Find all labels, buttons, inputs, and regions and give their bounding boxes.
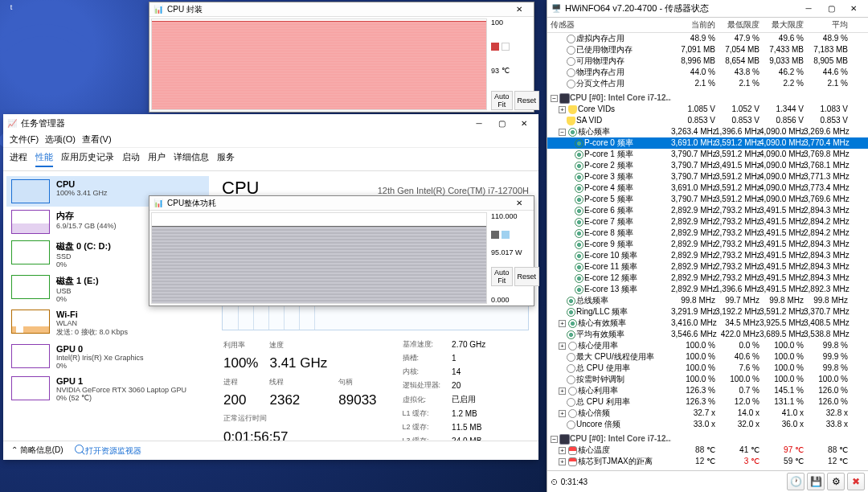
expand-icon[interactable]: + [559,458,566,465]
window-title: CPU 封装 [167,4,203,15]
expand-icon[interactable]: + [559,447,566,454]
table-row[interactable]: E-core 12 频率2,892.9 MHz2,793.2 MHz3,491.… [547,273,868,284]
clock-icon [575,229,583,238]
table-row[interactable]: P-core 0 频率3,691.0 MHz3,591.2 MHz4,090.0… [547,137,868,149]
stop-button[interactable]: ✖ [847,473,865,490]
table-row[interactable]: 平均有效频率3,546.6 MHz422.0 MHz3,689.5 MHz3,5… [547,329,868,340]
table-row[interactable]: 虚拟内存占用48.9 %47.9 %49.6 %48.9 % [547,33,868,44]
table-row[interactable]: +核心倍频32.7 x14.0 x41.0 x32.8 x [547,408,868,419]
table-row[interactable]: 总 CPU 利用率126.3 %12.0 %131.1 %126.0 % [547,396,868,408]
hwinfo-window: 🖥️ HWiNFO64 v7.20-4700 - 传感器状态 ─ ▢ ✕ 传感器… [547,0,868,492]
table-row[interactable]: +核心使用率100.0 %0.0 %100.0 %99.8 % [547,340,868,351]
clock-icon [575,150,583,159]
table-row[interactable]: E-core 7 频率2,892.9 MHz2,793.2 MHz3,491.5… [547,216,868,228]
tab-services[interactable]: 服务 [217,151,235,167]
chart-icon: 📊 [153,4,164,15]
table-row[interactable]: 可用物理内存8,996 MB8,654 MB9,033 MB8,905 MB [547,55,868,67]
table-row[interactable]: E-core 13 频率2,892.9 MHz1,396.6 MHz3,491.… [547,284,868,295]
close-icon[interactable]: ✕ [513,115,535,131]
table-row[interactable]: +核心利用率126.3 %0.7 %145.1 %126.0 % [547,385,868,396]
window-titlebar[interactable]: 📈 任务管理器 ─ ▢ ✕ [3,114,538,132]
tab-startup[interactable]: 启动 [122,151,140,167]
tab-apphistory[interactable]: 应用历史记录 [61,151,114,167]
table-row[interactable]: Ring/LLC 频率3,291.9 MHz3,192.2 MHz3,591.2… [547,306,868,318]
table-row[interactable]: SA VID0.853 V0.853 V0.856 V0.853 V [547,115,868,126]
expand-icon[interactable]: − [551,95,558,102]
table-row[interactable]: +Core VIDs1.085 V1.052 V1.344 V1.083 V [547,104,868,115]
maximize-icon[interactable]: ▢ [820,1,842,17]
table-row[interactable]: P-core 2 频率3,790.7 MHz3,491.5 MHz4,090.0… [547,160,868,171]
expand-icon[interactable]: − [559,129,566,136]
expand-icon[interactable]: + [559,410,566,417]
table-row[interactable]: P-core 1 频率3,790.7 MHz3,591.2 MHz4,090.0… [547,149,868,160]
table-row[interactable]: E-core 9 频率2,892.9 MHz2,793.2 MHz3,491.5… [547,239,868,250]
table-row[interactable]: P-core 4 频率3,691.0 MHz3,591.2 MHz4,090.0… [547,182,868,194]
settings-button[interactable]: ⚙ [827,473,845,490]
reset-button[interactable]: Reset [514,91,540,110]
status-bar: ⏲ 0:31:43 🕐 💾 ⚙ ✖ [547,470,868,492]
table-row[interactable]: E-core 10 频率2,892.9 MHz2,793.2 MHz3,491.… [547,250,868,261]
menu-bar: 文件(F) 选项(O) 查看(V) [3,132,538,148]
save-button[interactable]: 💾 [807,473,825,490]
expand-icon[interactable]: + [559,387,566,395]
table-row[interactable]: 最大 CPU/线程使用率100.0 %40.6 %100.0 %99.9 % [547,351,868,363]
menu-options[interactable]: 选项(O) [45,133,76,146]
table-row[interactable]: P-core 3 频率3,790.7 MHz3,591.2 MHz4,090.0… [547,171,868,182]
table-row[interactable]: E-core 6 频率2,892.9 MHz2,793.2 MHz3,491.5… [547,205,868,216]
table-row[interactable]: E-core 8 频率2,892.9 MHz2,793.2 MHz3,491.5… [547,228,868,239]
expand-icon[interactable]: + [559,342,566,350]
minimize-icon[interactable]: ─ [468,115,490,131]
desktop-icon[interactable]: t [3,3,19,11]
table-row[interactable]: +核心有效频率3,416.0 MHz34.5 MHz3,925.5 MHz3,4… [547,318,868,329]
minimize-icon[interactable]: ─ [797,1,820,17]
legend-swatch [502,231,510,239]
legend-swatch [502,43,510,51]
brief-info-toggle[interactable]: ⌃ 简略信息(D) [11,445,63,457]
maximize-icon[interactable]: ▢ [490,115,513,131]
table-row[interactable]: E-core 11 频率2,892.9 MHz2,793.2 MHz3,491.… [547,261,868,273]
expand-icon[interactable]: + [559,320,566,327]
sidebar-item-gpu0[interactable]: GPU 0Intel(R) Iris(R) Xe Graphics0% [6,341,209,373]
table-row[interactable]: 物理内存占用44.0 %43.8 %46.2 %44.6 % [547,67,868,78]
clock-button[interactable]: 🕐 [787,473,805,490]
tab-users[interactable]: 用户 [148,151,166,167]
table-row[interactable]: +核心温度88 ℃41 ℃97 ℃88 ℃ [547,445,868,456]
gauge-icon [567,375,575,384]
table-row[interactable]: Uncore 倍频33.0 x32.0 x36.0 x33.8 x [547,419,868,430]
section-cpu-temp[interactable]: −CPU [#0]: Intel Core i7-12... [547,433,868,445]
clock-icon [575,139,583,148]
table-row[interactable]: P-core 5 频率3,790.7 MHz3,591.2 MHz4,090.0… [547,194,868,205]
sensor-tree[interactable]: 虚拟内存占用48.9 %47.9 %49.6 %48.9 %已使用物理内存7,0… [547,33,868,470]
tab-performance[interactable]: 性能 [35,151,53,167]
table-row[interactable]: 分页文件占用2.1 %2.1 %2.2 %2.1 % [547,78,868,89]
table-row[interactable]: 按需时钟调制100.0 %100.0 %100.0 %100.0 % [547,374,868,385]
gauge-icon [567,46,575,55]
window-titlebar[interactable]: 🖥️ HWiNFO64 v7.20-4700 - 传感器状态 ─ ▢ ✕ [547,0,868,18]
table-row[interactable]: −核心频率3,263.4 MHz1,396.6 MHz4,090.0 MHz3,… [547,126,868,137]
reset-button[interactable]: Reset [514,267,540,286]
sidebar-item-gpu1[interactable]: GPU 1NVIDIA GeForce RTX 3060 Laptop GPU0… [6,373,209,405]
menu-view[interactable]: 查看(V) [82,133,112,146]
table-row[interactable]: +核芯到TJMAX的距离12 ℃3 ℃59 ℃12 ℃ [547,456,868,467]
expand-icon[interactable]: + [559,106,566,113]
tab-details[interactable]: 详细信息 [174,151,209,167]
chip-icon [560,435,569,444]
close-icon[interactable]: ✕ [508,2,530,18]
table-row[interactable]: 总 CPU 使用率100.0 %7.6 %100.0 %99.8 % [547,363,868,374]
close-icon[interactable]: ✕ [508,195,530,211]
table-row[interactable]: 总线频率99.8 MHz99.7 MHz99.8 MHz99.8 MHz [547,295,868,306]
menu-file[interactable]: 文件(F) [10,133,39,146]
gauge-icon [567,35,575,43]
gauge-icon [568,342,577,351]
table-row[interactable]: 已使用物理内存7,091 MB7,054 MB7,433 MB7,183 MB [547,44,868,55]
expand-icon[interactable]: − [551,436,558,443]
open-resource-monitor-link[interactable]: 打开资源监视器 [75,445,142,457]
window-titlebar[interactable]: 📊 CPU 封装 ✕ [149,2,534,17]
autofit-button[interactable]: Auto Fit [491,267,513,286]
sidebar-item-wifi[interactable]: Wi-FiWLAN发送: 0 接收: 8.0 Kbps [6,306,209,341]
window-titlebar[interactable]: 📊 CPU整体功耗 ✕ [149,196,534,211]
autofit-button[interactable]: Auto Fit [491,91,513,110]
section-cpu[interactable]: −CPU [#0]: Intel Core i7-12... [547,92,868,104]
close-icon[interactable]: ✕ [842,1,865,17]
tab-processes[interactable]: 进程 [10,151,27,167]
